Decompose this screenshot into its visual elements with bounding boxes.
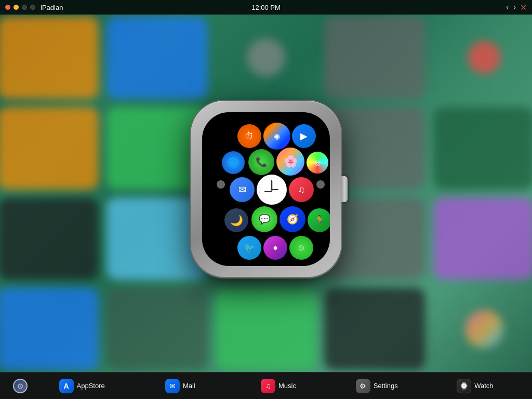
watch-dot-left <box>217 180 225 189</box>
watch-app-maps[interactable]: 🧭 <box>280 206 305 232</box>
watch-dot-right <box>316 180 325 189</box>
watch-app-run[interactable]: 🏃 <box>308 208 330 232</box>
settings-icon: ⚙ <box>356 379 370 393</box>
nav-forward-button[interactable]: › <box>513 3 516 12</box>
svg-point-3 <box>271 189 273 191</box>
watch-app-clock[interactable] <box>257 175 287 205</box>
zoom-dot-2[interactable] <box>30 5 35 10</box>
watch-body[interactable]: ⏱ ◉ ▶ 🌐 📞 🌸 <box>191 101 341 277</box>
time-display: 12:00 PM <box>251 4 281 11</box>
watch-apps: ⏱ ◉ ▶ 🌐 📞 🌸 <box>202 112 330 266</box>
app-title: iPadian <box>41 4 63 11</box>
close-dot[interactable] <box>5 5 10 10</box>
music-icon: ♫ <box>261 379 275 393</box>
watch-app-activity[interactable]: ⏱ <box>237 124 261 148</box>
nav-back-button[interactable]: ‹ <box>506 3 509 12</box>
watch-app-mail[interactable]: ✉ <box>230 177 255 202</box>
watch-apps-grid: ⏱ ◉ ▶ 🌐 📞 🌸 <box>209 119 323 259</box>
watch-app-world[interactable]: 🌙 <box>224 208 248 232</box>
watch-app-rainbow[interactable]: ◉ <box>263 123 290 150</box>
watch-screen: ⏱ ◉ ▶ 🌐 📞 🌸 <box>202 112 330 266</box>
watch-app-photos[interactable]: 🌸 <box>276 148 304 176</box>
dock-item-settings[interactable]: ⚙ Settings <box>328 376 426 396</box>
watch-app-games[interactable]: ● <box>263 236 287 260</box>
dock-item-ipadian[interactable]: ⊙ <box>8 377 33 395</box>
mail-label: Mail <box>183 382 195 390</box>
title-bar: iPadian 12:00 PM ‹ › ✕ <box>0 0 532 15</box>
dock-item-music[interactable]: ♫ Music <box>229 376 327 396</box>
minimize-dot[interactable] <box>14 5 19 10</box>
nav-buttons: ‹ › ✕ <box>506 3 527 12</box>
watch-label: Watch <box>474 382 493 390</box>
watch-app-wechat[interactable]: ☺ <box>289 236 313 260</box>
watch-app-phone[interactable]: 📞 <box>248 149 274 175</box>
watch-app-fitness[interactable]: ◎ <box>307 152 328 174</box>
mail-icon: ✉ <box>165 379 180 393</box>
ipadian-dock-icon: ⊙ <box>13 379 28 393</box>
watch-icon: ⌚ <box>457 379 471 393</box>
watch-app-music[interactable]: ♫ <box>289 177 314 202</box>
watch-app-safari[interactable]: 🌐 <box>222 151 245 174</box>
watch-app-twitter[interactable]: 🐦 <box>237 236 261 260</box>
watch-container: ⏱ ◉ ▶ 🌐 📞 🌸 <box>191 101 341 277</box>
zoom-dot-1[interactable] <box>22 5 27 10</box>
dock-item-appstore[interactable]: A AppStore <box>33 376 131 396</box>
appstore-label: AppStore <box>77 382 105 390</box>
appstore-icon: A <box>59 379 74 393</box>
music-label: Music <box>278 382 296 390</box>
nav-close-button[interactable]: ✕ <box>520 3 527 12</box>
dock: ⊙ A AppStore ✉ Mail ♫ Music ⚙ Settings ⌚… <box>0 372 532 399</box>
settings-label: Settings <box>374 382 398 390</box>
watch-app-tv[interactable]: ▶ <box>292 124 316 148</box>
watch-app-messages[interactable]: 💬 <box>251 206 277 232</box>
dock-item-mail[interactable]: ✉ Mail <box>131 376 229 396</box>
dock-item-watch[interactable]: ⌚ Watch <box>426 376 524 396</box>
title-bar-left: iPadian <box>5 4 63 11</box>
watch-crown[interactable] <box>341 176 348 202</box>
